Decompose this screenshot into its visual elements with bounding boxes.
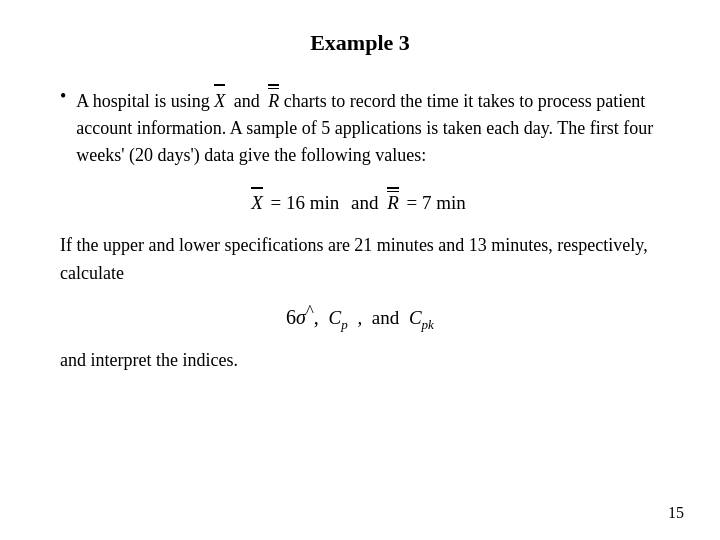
page: Example 3 • A hospital is using X and R … xyxy=(0,0,720,540)
bullet-text-part1: A hospital is using xyxy=(76,91,210,111)
bullet-text: A hospital is using X and R charts to re… xyxy=(76,84,660,169)
x-bar-formula: X xyxy=(251,187,263,214)
r-double-formula: R xyxy=(387,187,399,214)
x-bar-inline: X xyxy=(214,84,225,115)
formula2: 6σ^, Cp , and Cpk xyxy=(60,302,660,333)
formula-result: X = 16 min and R = 7 min xyxy=(60,187,660,214)
and-text-inline: and xyxy=(234,91,260,111)
paragraph1: If the upper and lower specifications ar… xyxy=(60,232,660,288)
page-title: Example 3 xyxy=(60,30,660,56)
cpk-label: Cpk xyxy=(409,307,434,328)
r-double-inline: R xyxy=(268,84,279,115)
cp-label: Cp xyxy=(329,307,348,328)
bullet-symbol: • xyxy=(60,86,66,107)
sigma-hat-label: 6σ^, xyxy=(286,306,324,328)
comma-and: , and xyxy=(357,307,399,328)
cpk-sub: pk xyxy=(422,317,434,332)
page-number: 15 xyxy=(668,504,684,522)
equals1: = 16 min xyxy=(271,192,340,213)
and-formula: and xyxy=(351,192,378,213)
cp-sub: p xyxy=(341,317,348,332)
paragraph2: and interpret the indices. xyxy=(60,347,660,375)
equals2: = 7 min xyxy=(407,192,466,213)
hat-symbol: ^ xyxy=(306,302,314,321)
bullet-section: • A hospital is using X and R charts to … xyxy=(60,84,660,169)
